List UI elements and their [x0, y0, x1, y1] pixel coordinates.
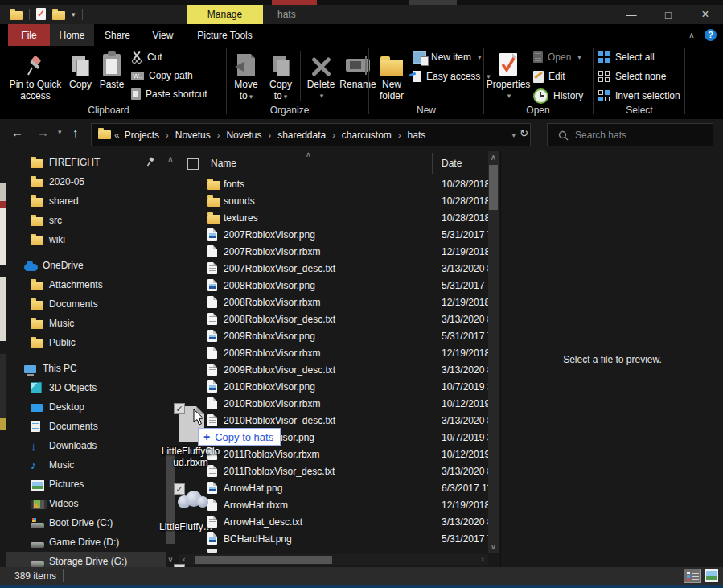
sidebar-item-documents[interactable]: Documents — [6, 417, 166, 436]
sidebar-item-music[interactable]: ♪Music — [6, 455, 166, 475]
file-row-arrowhat-png[interactable]: ArrowHat.png6/3/2017 11 — [179, 479, 488, 496]
column-header-name[interactable]: Name — [211, 158, 236, 169]
file-row-2007robloxvisor-desc-txt[interactable]: 2007RobloxVisor_desc.txt3/13/2020 8 — [179, 260, 488, 277]
folder-icon[interactable] — [10, 11, 23, 20]
sidebar-item-3d-objects[interactable]: 3D Objects — [6, 378, 166, 397]
file-row-2010robloxvisor-rbxm[interactable]: 2010RobloxVisor.rbxm10/12/2019 — [179, 395, 488, 412]
file-row-2008robloxvisor-png[interactable]: 2008RobloxVisor.png5/31/2017 7 — [179, 277, 488, 294]
pin-to-quick-access-button[interactable]: Pin to Quick access — [6, 47, 64, 101]
tab-share[interactable]: Share — [94, 24, 141, 46]
sidebar-item-storage-drive-g[interactable]: Storage Drive (G:) — [6, 552, 166, 567]
sidebar-item-wiki[interactable]: wiki — [6, 230, 166, 249]
file-row-2007robloxvisor-rbxm[interactable]: 2007RobloxVisor.rbxm12/19/2018 — [179, 243, 488, 260]
file-row-arrowhat-desc-txt[interactable]: ArrowHat_desc.txt3/13/2020 8 — [179, 513, 488, 530]
scroll-down-icon[interactable]: ∨ — [488, 542, 499, 551]
customize-dropdown-icon[interactable]: ▾ — [72, 10, 76, 19]
file-row-2008robloxvisor-rbxm[interactable]: 2008RobloxVisor.rbxm12/19/2018 — [179, 294, 488, 310]
properties-button[interactable]: Properties ▾ — [486, 47, 531, 101]
scroll-right-icon[interactable]: › — [479, 555, 487, 564]
breadcrumb-segment-novetus[interactable]: Novetus — [174, 130, 212, 141]
tab-picture-tools[interactable]: Picture Tools — [187, 24, 263, 46]
sidebar-item-documents[interactable]: Documents — [6, 294, 166, 314]
history-button[interactable]: History — [533, 88, 583, 103]
file-row-2009robloxvisor-rbxm[interactable]: 2009RobloxVisor.rbxm12/19/2018 — [179, 344, 488, 361]
sidebar-item-music[interactable]: Music — [6, 314, 166, 333]
scroll-left-icon[interactable]: ‹ — [180, 555, 188, 564]
nav-scroll-down-icon[interactable]: ∨ — [166, 555, 175, 564]
scrollbar-thumb[interactable] — [195, 556, 332, 564]
tab-file[interactable]: File — [8, 24, 50, 46]
sidebar-item-2020-05[interactable]: 2020-05 — [6, 172, 166, 191]
folder-icon[interactable] — [52, 11, 65, 20]
column-divider[interactable] — [432, 153, 433, 174]
breadcrumb-segment-novetus[interactable]: Novetus — [224, 130, 263, 141]
list-horizontal-scrollbar[interactable]: ‹ › — [179, 554, 488, 565]
sidebar-item-shared[interactable]: shared — [6, 191, 166, 211]
sidebar-item-public[interactable]: Public — [6, 333, 166, 352]
tab-home[interactable]: Home — [50, 24, 94, 46]
new-item-button[interactable]: New item ▾ — [413, 50, 482, 64]
file-row-2007robloxvisor-png[interactable]: 2007RobloxVisor.png5/31/2017 7 — [179, 226, 488, 243]
breadcrumb-segment-charcustom[interactable]: charcustom — [340, 130, 393, 141]
file-row-2009robloxvisor-png[interactable]: 2009RobloxVisor.png5/31/2017 7 — [179, 327, 488, 344]
copy-path-button[interactable]: W.. Copy path — [131, 68, 193, 83]
forward-icon[interactable]: → — [37, 125, 49, 139]
rename-button[interactable]: Rename — [339, 47, 376, 90]
file-row-2011robloxvisor-rbxm[interactable]: 2011RobloxVisor.rbxm10/12/2019 — [179, 446, 488, 463]
breadcrumb-segment-shareddata[interactable]: shareddata — [276, 130, 327, 141]
sidebar-item-downloads[interactable]: ↓Downloads — [6, 436, 166, 455]
nav-scroll-up-icon[interactable]: ∧ — [166, 154, 175, 163]
help-icon[interactable]: ? — [705, 29, 717, 41]
select-none-button[interactable]: Select none — [598, 69, 666, 84]
tab-view[interactable]: View — [141, 24, 185, 46]
breadcrumb-segment-projects[interactable]: Projects — [123, 130, 161, 141]
breadcrumb-overflow-icon[interactable]: « — [114, 130, 120, 141]
sidebar-item-videos[interactable]: Videos — [6, 494, 166, 513]
copy-button[interactable]: Copy — [66, 47, 95, 90]
easy-access-button[interactable]: Easy access ▾ — [413, 69, 491, 84]
refresh-icon[interactable]: ↻ — [520, 127, 528, 139]
copy-to-button[interactable]: Copy to▾ — [265, 47, 297, 102]
edit-button[interactable]: Edit — [533, 69, 565, 84]
new-folder-button[interactable]: New folder — [374, 47, 409, 101]
minimize-button[interactable]: — — [613, 5, 650, 24]
back-icon[interactable]: ← — [11, 125, 23, 139]
paste-button[interactable]: Paste — [97, 47, 127, 90]
thumbnail-view-button[interactable] — [705, 569, 718, 582]
select-all-checkbox[interactable] — [187, 158, 199, 170]
file-row-textures[interactable]: textures10/28/2018 — [179, 209, 488, 226]
recent-locations-icon[interactable]: ▾ — [58, 128, 62, 136]
maximize-button[interactable]: □ — [650, 5, 687, 24]
sidebar-item-pictures[interactable]: Pictures — [6, 475, 166, 494]
scrollbar-thumb[interactable] — [489, 165, 498, 210]
breadcrumb-segment-hats[interactable]: hats — [406, 130, 428, 141]
file-row-arrowhat-rbxm[interactable]: ArrowHat.rbxm12/19/2018 — [179, 496, 488, 513]
paste-shortcut-button[interactable]: Paste shortcut — [131, 87, 207, 101]
address-breadcrumb-bar[interactable]: « Projects›Novetus›Novetus›shareddata›ch… — [91, 123, 531, 146]
file-row-2008robloxvisor-desc-txt[interactable]: 2008RobloxVisor_desc.txt3/13/2020 8 — [179, 310, 488, 327]
sidebar-item-attachments[interactable]: Attachments — [6, 275, 166, 294]
properties-check-icon[interactable]: ✓ — [36, 8, 46, 20]
sidebar-item-src[interactable]: src — [6, 211, 166, 230]
file-row-2011robloxvisor-desc-txt[interactable]: 2011RobloxVisor_desc.txt3/13/2020 8 — [179, 463, 488, 479]
file-row-fonts[interactable]: fonts10/28/2018 — [179, 175, 488, 192]
up-icon[interactable]: ↑ — [72, 125, 79, 139]
file-row-2010robloxvisor-png[interactable]: 2010RobloxVisor.png10/7/2019 3 — [179, 378, 488, 395]
sidebar-item-boot-drive-c[interactable]: Boot Drive (C:) — [6, 513, 166, 532]
tab-manage[interactable]: Manage — [187, 5, 263, 24]
sidebar-item-onedrive[interactable]: OneDrive — [6, 256, 166, 275]
list-vertical-scrollbar[interactable]: ∧ ∨ — [488, 151, 499, 553]
cut-button[interactable]: Cut — [131, 50, 162, 64]
collapse-ribbon-icon[interactable]: ∧ — [682, 24, 701, 46]
sidebar-item-desktop[interactable]: Desktop — [6, 397, 166, 417]
file-row-2010robloxvisor-desc-txt[interactable]: 2010RobloxVisor_desc.txt3/13/2020 8 — [179, 412, 488, 429]
search-input[interactable]: Search hats — [547, 123, 713, 146]
close-button[interactable]: × — [687, 5, 723, 24]
open-button[interactable]: Open ▾ — [533, 50, 581, 64]
invert-selection-button[interactable]: Invert selection — [598, 88, 680, 103]
move-to-button[interactable]: Move to▾ — [230, 47, 262, 102]
file-row-2009robloxvisor-desc-txt[interactable]: 2009RobloxVisor_desc.txt3/13/2020 8 — [179, 361, 488, 378]
delete-button[interactable]: Delete ▾ — [304, 47, 338, 101]
scroll-up-icon[interactable]: ∧ — [488, 153, 499, 162]
details-view-button[interactable] — [684, 569, 701, 583]
